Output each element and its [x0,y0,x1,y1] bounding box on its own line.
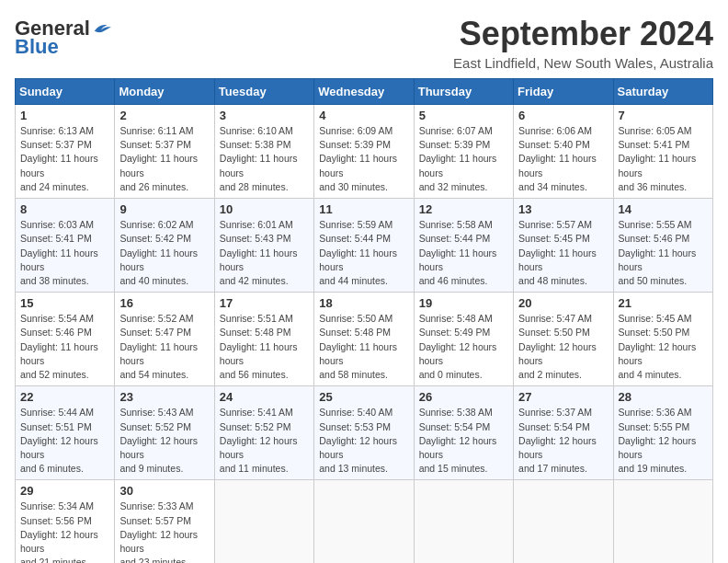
calendar-cell: 3Sunrise: 6:10 AMSunset: 5:38 PMDaylight… [214,105,313,199]
day-info: Sunrise: 6:03 AMSunset: 5:41 PMDaylight:… [20,218,109,288]
day-number: 29 [20,484,109,498]
calendar-cell: 28Sunrise: 5:36 AMSunset: 5:55 PMDayligh… [613,386,712,480]
calendar-cell: 29Sunrise: 5:34 AMSunset: 5:56 PMDayligh… [16,480,115,563]
day-number: 26 [419,390,508,404]
calendar-cell: 12Sunrise: 5:58 AMSunset: 5:44 PMDayligh… [414,199,513,293]
calendar-cell: 5Sunrise: 6:07 AMSunset: 5:39 PMDaylight… [414,105,513,199]
calendar-cell: 17Sunrise: 5:51 AMSunset: 5:48 PMDayligh… [214,293,313,386]
calendar-cell: 13Sunrise: 5:57 AMSunset: 5:45 PMDayligh… [514,199,613,293]
weekday-header-row: SundayMondayTuesdayWednesdayThursdayFrid… [16,79,713,105]
day-number: 7 [619,109,708,122]
calendar-cell: 20Sunrise: 5:47 AMSunset: 5:50 PMDayligh… [514,293,613,386]
calendar-cell: 15Sunrise: 5:54 AMSunset: 5:46 PMDayligh… [16,293,115,386]
calendar-cell [314,480,414,563]
calendar-cell: 26Sunrise: 5:38 AMSunset: 5:54 PMDayligh… [414,386,513,480]
day-info: Sunrise: 6:02 AMSunset: 5:42 PMDaylight:… [119,218,209,288]
day-info: Sunrise: 6:10 AMSunset: 5:38 PMDaylight:… [220,124,309,194]
calendar-cell: 7Sunrise: 6:05 AMSunset: 5:41 PMDaylight… [613,105,712,199]
calendar-cell: 21Sunrise: 5:45 AMSunset: 5:50 PMDayligh… [613,293,712,386]
day-info: Sunrise: 6:09 AMSunset: 5:39 PMDaylight:… [319,124,408,194]
logo-blue: Blue [15,35,59,59]
day-number: 6 [518,109,608,122]
day-info: Sunrise: 5:43 AMSunset: 5:52 PMDaylight:… [119,406,209,476]
day-number: 4 [319,109,408,122]
day-info: Sunrise: 5:38 AMSunset: 5:54 PMDaylight:… [419,406,508,476]
title-block: September 2024 East Lindfield, New South… [453,15,713,71]
calendar-cell: 4Sunrise: 6:09 AMSunset: 5:39 PMDaylight… [314,105,414,199]
day-number: 30 [119,484,209,498]
weekday-header-monday: Monday [115,79,214,105]
day-info: Sunrise: 5:41 AMSunset: 5:52 PMDaylight:… [220,406,309,476]
calendar-cell: 10Sunrise: 6:01 AMSunset: 5:43 PMDayligh… [214,199,313,293]
day-number: 18 [319,296,408,310]
calendar-cell: 19Sunrise: 5:48 AMSunset: 5:49 PMDayligh… [414,293,513,386]
day-number: 28 [619,390,708,404]
day-info: Sunrise: 6:11 AMSunset: 5:37 PMDaylight:… [119,124,209,194]
day-info: Sunrise: 5:47 AMSunset: 5:50 PMDaylight:… [518,312,608,382]
day-number: 15 [20,296,109,310]
calendar-cell: 2Sunrise: 6:11 AMSunset: 5:37 PMDaylight… [115,105,214,199]
weekday-header-saturday: Saturday [613,79,712,105]
calendar-cell: 30Sunrise: 5:33 AMSunset: 5:57 PMDayligh… [115,480,214,563]
day-info: Sunrise: 5:40 AMSunset: 5:53 PMDaylight:… [319,406,408,476]
day-info: Sunrise: 6:06 AMSunset: 5:40 PMDaylight:… [518,124,608,194]
day-number: 5 [419,109,508,122]
weekday-header-sunday: Sunday [16,79,115,105]
day-info: Sunrise: 5:37 AMSunset: 5:54 PMDaylight:… [518,406,608,476]
day-number: 2 [119,109,209,122]
day-number: 1 [20,109,109,122]
day-info: Sunrise: 5:44 AMSunset: 5:51 PMDaylight:… [20,406,109,476]
day-info: Sunrise: 6:13 AMSunset: 5:37 PMDaylight:… [20,124,109,194]
day-number: 21 [619,296,708,310]
weekday-header-friday: Friday [514,79,613,105]
logo: General Blue [15,18,112,59]
day-number: 19 [419,296,508,310]
day-number: 22 [20,390,109,404]
calendar-cell: 1Sunrise: 6:13 AMSunset: 5:37 PMDaylight… [16,105,115,199]
calendar-cell: 23Sunrise: 5:43 AMSunset: 5:52 PMDayligh… [115,386,214,480]
logo-bird-icon [92,18,112,39]
day-number: 3 [220,109,309,122]
day-info: Sunrise: 5:45 AMSunset: 5:50 PMDaylight:… [619,312,708,382]
day-info: Sunrise: 5:34 AMSunset: 5:56 PMDaylight:… [20,500,109,563]
day-number: 12 [419,202,508,216]
calendar-week-row-0: 1Sunrise: 6:13 AMSunset: 5:37 PMDaylight… [16,105,713,199]
calendar-cell: 25Sunrise: 5:40 AMSunset: 5:53 PMDayligh… [314,386,414,480]
weekday-header-wednesday: Wednesday [314,79,414,105]
day-info: Sunrise: 6:05 AMSunset: 5:41 PMDaylight:… [619,124,708,194]
day-number: 14 [619,202,708,216]
day-number: 23 [119,390,209,404]
day-info: Sunrise: 6:07 AMSunset: 5:39 PMDaylight:… [419,124,508,194]
day-number: 25 [319,390,408,404]
calendar-cell: 22Sunrise: 5:44 AMSunset: 5:51 PMDayligh… [16,386,115,480]
day-number: 17 [220,296,309,310]
day-info: Sunrise: 5:52 AMSunset: 5:47 PMDaylight:… [119,312,209,382]
day-info: Sunrise: 5:51 AMSunset: 5:48 PMDaylight:… [220,312,309,382]
calendar-week-row-3: 22Sunrise: 5:44 AMSunset: 5:51 PMDayligh… [16,386,713,480]
calendar-cell [414,480,513,563]
calendar-table: SundayMondayTuesdayWednesdayThursdayFrid… [15,78,713,563]
day-info: Sunrise: 5:59 AMSunset: 5:44 PMDaylight:… [319,218,408,288]
day-info: Sunrise: 5:48 AMSunset: 5:49 PMDaylight:… [419,312,508,382]
calendar-cell: 24Sunrise: 5:41 AMSunset: 5:52 PMDayligh… [214,386,313,480]
day-number: 13 [518,202,608,216]
day-number: 11 [319,202,408,216]
day-number: 27 [518,390,608,404]
day-number: 10 [220,202,309,216]
weekday-header-tuesday: Tuesday [214,79,313,105]
calendar-cell [214,480,313,563]
day-number: 9 [119,202,209,216]
calendar-week-row-1: 8Sunrise: 6:03 AMSunset: 5:41 PMDaylight… [16,199,713,293]
calendar-cell: 11Sunrise: 5:59 AMSunset: 5:44 PMDayligh… [314,199,414,293]
calendar-cell [514,480,613,563]
page-header: General Blue September 2024 East Lindfie… [15,15,713,71]
calendar-week-row-4: 29Sunrise: 5:34 AMSunset: 5:56 PMDayligh… [16,480,713,563]
calendar-cell: 8Sunrise: 6:03 AMSunset: 5:41 PMDaylight… [16,199,115,293]
day-number: 8 [20,202,109,216]
day-number: 20 [518,296,608,310]
day-info: Sunrise: 5:57 AMSunset: 5:45 PMDaylight:… [518,218,608,288]
day-info: Sunrise: 5:55 AMSunset: 5:46 PMDaylight:… [619,218,708,288]
calendar-cell: 18Sunrise: 5:50 AMSunset: 5:48 PMDayligh… [314,293,414,386]
day-info: Sunrise: 5:50 AMSunset: 5:48 PMDaylight:… [319,312,408,382]
calendar-cell: 16Sunrise: 5:52 AMSunset: 5:47 PMDayligh… [115,293,214,386]
